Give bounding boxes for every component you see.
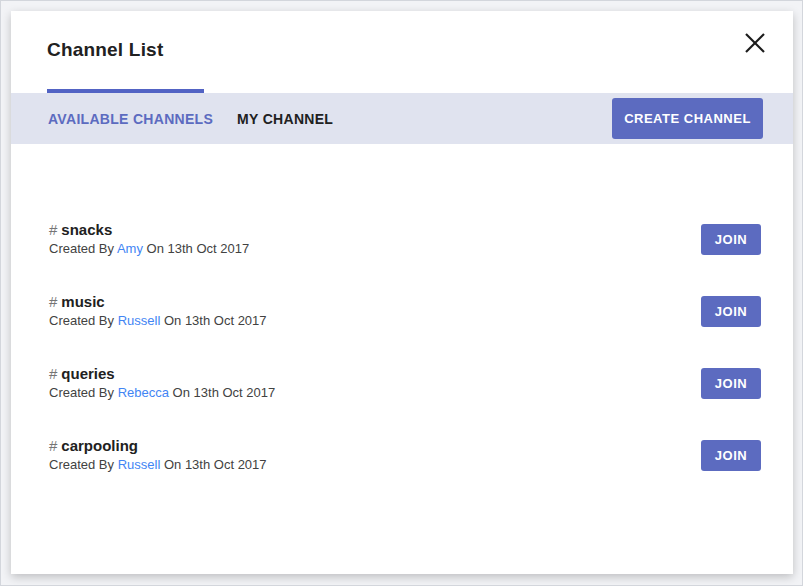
tab-available-channels[interactable]: AVAILABLE CHANNELS — [48, 111, 213, 127]
page-title: Channel List — [47, 39, 163, 61]
channel-row: #music Created By Russell On 13th Oct 20… — [49, 293, 761, 329]
channel-info: #queries Created By Rebecca On 13th Oct … — [49, 365, 275, 401]
channel-info: #carpooling Created By Russell On 13th O… — [49, 437, 267, 473]
channel-name: carpooling — [61, 437, 138, 454]
join-button[interactable]: JOIN — [701, 368, 761, 399]
created-date: 13th Oct 2017 — [194, 385, 276, 400]
channel-name: queries — [61, 365, 114, 382]
modal-header: Channel List — [11, 11, 793, 93]
active-tab-indicator — [47, 89, 204, 93]
channel-row: #carpooling Created By Russell On 13th O… — [49, 437, 761, 473]
close-button[interactable] — [737, 25, 773, 61]
creator-link[interactable]: Russell — [118, 313, 161, 328]
close-icon — [743, 31, 767, 55]
created-date: 13th Oct 2017 — [185, 313, 267, 328]
channel-meta: Created By Rebecca On 13th Oct 2017 — [49, 385, 275, 401]
channel-row: #snacks Created By Amy On 13th Oct 2017 … — [49, 221, 761, 257]
channel-meta: Created By Russell On 13th Oct 2017 — [49, 313, 267, 329]
hash-icon: # — [49, 365, 57, 382]
on-label: On — [164, 457, 181, 472]
channel-row: #queries Created By Rebecca On 13th Oct … — [49, 365, 761, 401]
channel-info: #snacks Created By Amy On 13th Oct 2017 — [49, 221, 249, 257]
created-by-label: Created By — [49, 457, 114, 472]
created-date: 13th Oct 2017 — [168, 241, 250, 256]
created-date: 13th Oct 2017 — [185, 457, 267, 472]
channel-name-line: #carpooling — [49, 437, 267, 455]
created-by-label: Created By — [49, 385, 114, 400]
channel-info: #music Created By Russell On 13th Oct 20… — [49, 293, 267, 329]
channel-name: music — [61, 293, 104, 310]
screen: Channel List AVAILABLE CHANNELS MY CHANN… — [0, 0, 803, 586]
creator-link[interactable]: Russell — [118, 457, 161, 472]
creator-link[interactable]: Amy — [117, 241, 143, 256]
tab-bar: AVAILABLE CHANNELS MY CHANNEL CREATE CHA… — [11, 93, 793, 144]
channel-meta: Created By Russell On 13th Oct 2017 — [49, 457, 267, 473]
created-by-label: Created By — [49, 313, 114, 328]
hash-icon: # — [49, 293, 57, 310]
hash-icon: # — [49, 221, 57, 238]
on-label: On — [164, 313, 181, 328]
channel-meta: Created By Amy On 13th Oct 2017 — [49, 241, 249, 257]
creator-link[interactable]: Rebecca — [118, 385, 169, 400]
on-label: On — [147, 241, 164, 256]
join-button[interactable]: JOIN — [701, 224, 761, 255]
join-button[interactable]: JOIN — [701, 440, 761, 471]
channel-list-modal: Channel List AVAILABLE CHANNELS MY CHANN… — [11, 11, 793, 574]
on-label: On — [173, 385, 190, 400]
tab-my-channel[interactable]: MY CHANNEL — [237, 111, 333, 127]
create-channel-button[interactable]: CREATE CHANNEL — [612, 98, 763, 139]
channel-list: #snacks Created By Amy On 13th Oct 2017 … — [11, 144, 793, 574]
channel-name: snacks — [61, 221, 112, 238]
channel-name-line: #snacks — [49, 221, 249, 239]
channel-name-line: #queries — [49, 365, 275, 383]
hash-icon: # — [49, 437, 57, 454]
created-by-label: Created By — [49, 241, 114, 256]
join-button[interactable]: JOIN — [701, 296, 761, 327]
channel-name-line: #music — [49, 293, 267, 311]
